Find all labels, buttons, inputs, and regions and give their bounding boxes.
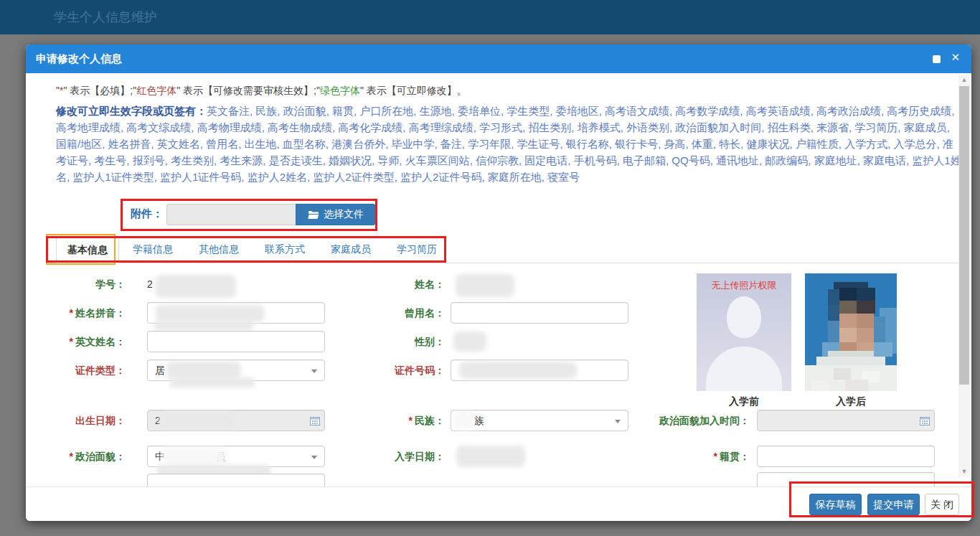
scroll-up-icon[interactable]: ▲ bbox=[958, 75, 970, 85]
photo-before-enrollment: 无上传照片权限 bbox=[697, 273, 791, 391]
submit-request-button[interactable]: 提交申请 bbox=[867, 494, 920, 515]
student-id-label: 学号： bbox=[26, 277, 126, 291]
censored-blur bbox=[162, 447, 227, 464]
attachment-file-input[interactable] bbox=[166, 204, 296, 225]
censored-blur bbox=[453, 411, 473, 430]
chevron-down-icon bbox=[311, 456, 317, 459]
english-name-label: *英文姓名： bbox=[26, 334, 126, 349]
required-asterisk: * bbox=[714, 451, 717, 462]
attachment-label: 附件： bbox=[131, 207, 163, 221]
page: 学生个人信息维护 申请修改个人信息 ✕ "*" 表示【必填】;"红色字体" 表示… bbox=[0, 0, 980, 536]
legend-seg: " 表示【可立即修改】。 bbox=[360, 85, 467, 96]
censored-blur bbox=[456, 274, 514, 297]
former-name-label: 曾用名： bbox=[327, 306, 445, 320]
chevron-down-icon bbox=[615, 420, 621, 423]
scroll-down-icon[interactable]: ▼ bbox=[958, 466, 970, 476]
partial-input[interactable] bbox=[757, 472, 935, 486]
person-silhouette-icon bbox=[727, 296, 761, 338]
pixelated-portrait bbox=[805, 273, 897, 391]
dialog-header: 申请修改个人信息 ✕ bbox=[26, 44, 971, 73]
tab-student-status[interactable]: 学籍信息 bbox=[122, 237, 184, 263]
choose-file-label: 选择文件 bbox=[324, 208, 364, 221]
tab-bar: 基本信息 学籍信息 其他信息 联系方式 家庭成员 学习简历 bbox=[46, 237, 958, 263]
photo-before-label: 入学前 bbox=[697, 395, 791, 408]
birth-date-label: 出生日期： bbox=[26, 413, 126, 428]
legend-text: "*" 表示【必填】;"红色字体" 表示【可修改需要审核生效】;"绿色字体" 表… bbox=[56, 85, 467, 98]
legend-green-font: 绿色字体 bbox=[320, 85, 360, 96]
legend-red-font: 红色字体 bbox=[136, 85, 176, 96]
censored-blur bbox=[456, 446, 525, 467]
maximize-icon[interactable] bbox=[933, 55, 941, 63]
tab-other-info[interactable]: 其他信息 bbox=[188, 237, 250, 263]
close-button[interactable]: 关 闭 bbox=[925, 494, 959, 515]
name-label: 姓名： bbox=[327, 277, 445, 291]
required-asterisk: * bbox=[70, 336, 73, 347]
censored-blur bbox=[169, 377, 255, 387]
chevron-down-icon bbox=[311, 370, 317, 373]
legend-seg: " 表示【可修改需要审核生效】;" bbox=[176, 85, 320, 96]
id-type-label: 证件类型： bbox=[26, 363, 126, 377]
censored-blur bbox=[453, 332, 486, 352]
dialog-footer: 保存草稿 提交申请 关 闭 bbox=[26, 486, 971, 521]
editable-fields-paragraph: 修改可立即生效字段或页签有：英文备注, 民族, 政治面貌, 籍贯, 户口所在地,… bbox=[56, 103, 961, 185]
folder-open-icon bbox=[308, 210, 319, 220]
enroll-date-label: 入学日期： bbox=[327, 449, 445, 464]
legend-seg: " 表示【必填】;" bbox=[63, 85, 136, 96]
ethnicity-value: 族 bbox=[474, 415, 484, 426]
calendar-icon bbox=[920, 416, 930, 425]
tab-contact-info[interactable]: 联系方式 bbox=[254, 237, 316, 263]
photo-after-enrollment bbox=[805, 273, 897, 391]
former-name-input[interactable] bbox=[451, 302, 628, 324]
id-type-value: 居 bbox=[155, 365, 165, 376]
required-asterisk: * bbox=[409, 415, 413, 426]
censored-blur bbox=[459, 362, 577, 379]
pinyin-label: *姓名拼音： bbox=[26, 306, 126, 320]
ethnicity-select[interactable]: 族 bbox=[451, 410, 628, 431]
ethnicity-label: *民族： bbox=[327, 413, 445, 428]
partial-input[interactable] bbox=[147, 474, 325, 486]
person-silhouette-icon bbox=[706, 347, 782, 391]
modify-info-dialog: 申请修改个人信息 ✕ "*" 表示【必填】;"红色字体" 表示【可修改需要审核生… bbox=[26, 44, 971, 521]
censored-blur bbox=[156, 305, 265, 322]
tab-family-members[interactable]: 家庭成员 bbox=[320, 237, 382, 263]
censored-blur bbox=[154, 321, 254, 331]
choose-file-button[interactable]: 选择文件 bbox=[296, 204, 376, 225]
id-number-label: 证件号码： bbox=[327, 363, 445, 377]
native-place-label: *籍贯： bbox=[656, 449, 750, 464]
scrollbar-thumb[interactable] bbox=[959, 86, 969, 385]
dialog-title: 申请修改个人信息 bbox=[36, 44, 122, 73]
photo-after-label: 入学后 bbox=[805, 395, 897, 408]
tab-basic-info[interactable]: 基本信息 bbox=[56, 237, 119, 264]
english-name-input[interactable] bbox=[147, 331, 325, 352]
dialog-body: "*" 表示【必填】;"红色字体" 表示【可修改需要审核生效】;"绿色字体" 表… bbox=[26, 73, 971, 486]
calendar-icon bbox=[310, 416, 320, 425]
scrollbar: ▲ ▼ bbox=[958, 75, 970, 476]
censored-blur bbox=[159, 412, 238, 429]
app-topbar: 学生个人信息维护 bbox=[0, 0, 980, 34]
page-title: 学生个人信息维护 bbox=[54, 0, 157, 34]
censored-blur bbox=[166, 362, 241, 379]
save-draft-button[interactable]: 保存草稿 bbox=[809, 494, 862, 515]
join-time-input[interactable] bbox=[757, 410, 935, 431]
student-id-value: 2 bbox=[147, 277, 153, 291]
required-asterisk: * bbox=[70, 451, 73, 462]
join-time-label: 政治面貌加入时间： bbox=[656, 413, 750, 428]
close-icon[interactable]: ✕ bbox=[951, 51, 960, 64]
political-status-label: *政治面貌： bbox=[26, 449, 126, 464]
censored-blur bbox=[156, 275, 236, 298]
gender-label: 性别： bbox=[327, 334, 445, 349]
required-asterisk: * bbox=[70, 307, 73, 319]
tab-study-history[interactable]: 学习简历 bbox=[386, 237, 448, 263]
editable-fields-lead: 修改可立即生效字段或页签有： bbox=[56, 105, 207, 117]
native-place-input[interactable] bbox=[757, 446, 935, 467]
no-upload-permission-text: 无上传照片权限 bbox=[697, 279, 791, 292]
